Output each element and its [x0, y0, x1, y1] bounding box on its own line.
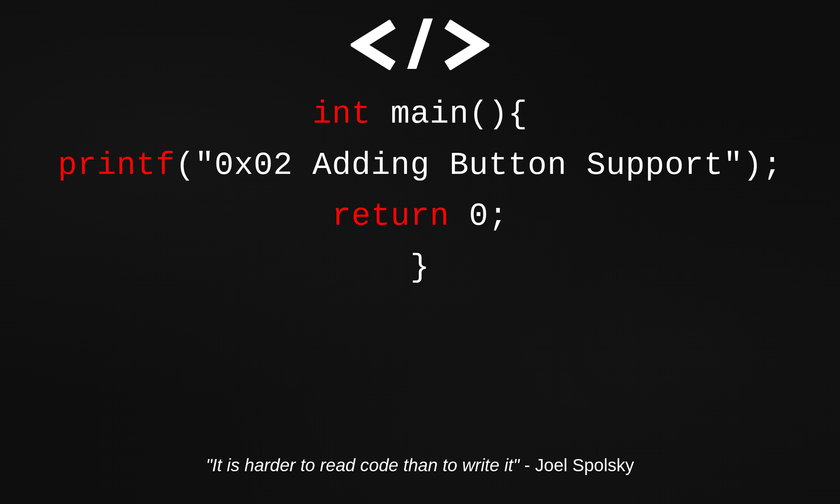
keyword-return: return: [332, 198, 449, 234]
code-line-2: printf("0x02 Adding Button Support");: [0, 140, 840, 192]
keyword-int: int: [312, 96, 371, 132]
code-text: 0;: [449, 198, 508, 234]
quote-author: Joel Spolsky: [535, 455, 634, 475]
code-text: main(){: [371, 96, 528, 132]
quote-text: "It is harder to read code than to write…: [206, 455, 520, 475]
slash-icon: [407, 18, 433, 69]
code-tag-icon: [351, 18, 489, 72]
quote-separator: -: [520, 455, 535, 475]
quote: "It is harder to read code than to write…: [0, 455, 840, 475]
code-line-4: }: [0, 242, 840, 294]
code-line-3: return 0;: [0, 191, 840, 242]
chevron-left-icon: [351, 20, 401, 70]
code-line-1: int main(){: [0, 89, 840, 140]
code-text: }: [410, 249, 430, 286]
code-text: ("0x02 Adding Button Support");: [175, 147, 782, 184]
chevron-right-icon: [439, 20, 489, 70]
keyword-printf: printf: [58, 147, 176, 184]
code-snippet: int main(){ printf("0x02 Adding Button S…: [0, 89, 840, 293]
